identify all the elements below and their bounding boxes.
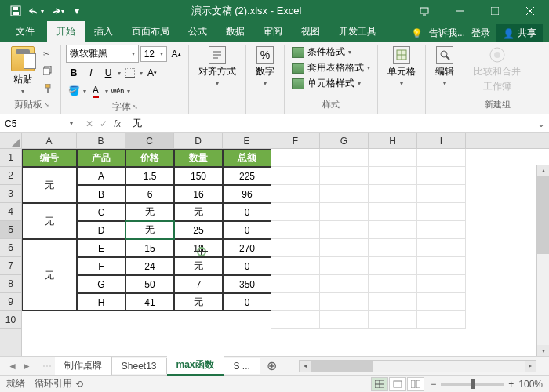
cell-C6[interactable]: 15 [125,239,174,257]
row-header-5[interactable]: 5 [0,221,21,239]
maximize-icon[interactable] [477,0,512,22]
normal-view-icon[interactable] [371,377,388,391]
cell-F9[interactable] [271,293,320,311]
cell-I7[interactable] [417,257,466,275]
cell-E7[interactable]: 0 [223,257,271,275]
zoom-slider[interactable] [441,383,504,386]
cell-H6[interactable] [369,239,417,257]
tab-file[interactable]: 文件 [3,21,47,42]
row-header-1[interactable]: 1 [0,149,21,167]
sheet-tab-3[interactable]: max函数 [167,356,224,376]
cell-B9[interactable]: H [77,293,125,311]
cell-C5[interactable]: 无 [125,221,174,239]
qat-customize-icon[interactable]: ▾ [67,2,86,20]
name-box[interactable]: C5▾ [0,114,78,132]
col-header-C[interactable]: C [125,133,174,148]
page-break-icon[interactable] [407,377,424,391]
vscroll-thumb[interactable] [537,176,549,254]
cell-C4[interactable]: 无 [125,203,174,221]
cell-F6[interactable] [271,239,320,257]
tab-data[interactable]: 数据 [216,21,254,42]
cell-E4[interactable]: 0 [223,203,271,221]
cell-A4[interactable]: 无 [22,203,77,239]
cell-B2[interactable]: A [77,167,125,185]
tab-view[interactable]: 视图 [292,21,329,42]
scroll-down-icon[interactable]: ▾ [537,345,549,356]
login-link[interactable]: 登录 [471,27,490,40]
decrease-font-button[interactable]: A▾ [144,65,160,81]
sheet-prev-icon[interactable]: ◄ [8,361,17,372]
cell-D8[interactable]: 7 [174,275,223,293]
cell-I2[interactable] [417,167,466,185]
cell-F7[interactable] [271,257,320,275]
tell-me-text[interactable]: 告诉我... [429,27,465,40]
row-header-10[interactable]: 10 [0,311,21,329]
column-headers[interactable]: ABCDEFGHI [22,133,549,149]
cell-G10[interactable] [320,311,369,329]
cell-I5[interactable] [417,221,466,239]
cell-B3[interactable]: B [77,185,125,203]
col-header-B[interactable]: B [77,133,125,148]
add-sheet-icon[interactable]: ⊕ [260,358,283,373]
zoom-in-icon[interactable]: + [508,379,514,390]
cell-F8[interactable] [271,275,320,293]
cell-E9[interactable]: 0 [223,293,271,311]
cell-G1[interactable] [320,149,369,167]
cell-B7[interactable]: F [77,257,125,275]
cell-I1[interactable] [417,149,466,167]
cut-button[interactable] [40,45,56,60]
cell-H5[interactable] [369,221,417,239]
enter-formula-icon[interactable]: ✓ [97,118,110,129]
spreadsheet-grid[interactable]: ABCDEFGHI 12345678910 编号产品价格数量总额无无无A1.51… [0,133,549,356]
zoom-out-icon[interactable]: − [431,379,436,390]
border-button[interactable] [122,65,138,81]
cell-G8[interactable] [320,275,369,293]
col-header-E[interactable]: E [223,133,271,148]
cell-G9[interactable] [320,293,369,311]
cell-B1[interactable]: 产品 [77,149,125,167]
cell-D7[interactable]: 无 [174,257,223,275]
col-header-D[interactable]: D [174,133,223,148]
editing-button[interactable]: 编辑 ▾ [431,45,459,89]
cell-F10[interactable] [271,311,320,329]
col-header-A[interactable]: A [22,133,77,148]
zoom-level[interactable]: 100% [518,379,543,390]
cell-A6[interactable]: 无 [22,239,77,311]
cell-D3[interactable]: 16 [174,185,223,203]
copy-button[interactable] [40,63,56,78]
cell-G6[interactable] [320,239,369,257]
share-button[interactable]: 👤共享 [496,24,543,42]
cell-F2[interactable] [271,167,320,185]
tab-dev[interactable]: 开发工具 [329,21,386,42]
cell-H8[interactable] [369,275,417,293]
cell-E8[interactable]: 350 [223,275,271,293]
cell-F1[interactable] [271,149,320,167]
number-format-button[interactable]: % 数字 ▾ [251,45,279,89]
format-painter-button[interactable] [40,81,56,96]
cell-F5[interactable] [271,221,320,239]
horizontal-scrollbar[interactable]: ◂ ▸ [299,360,536,372]
undo-icon[interactable]: ▾ [27,2,45,20]
table-format-button[interactable]: 套用表格格式▾ [289,60,373,75]
row-header-3[interactable]: 3 [0,185,21,203]
cell-G7[interactable] [320,257,369,275]
sheet-more-left[interactable]: ⋯ [39,361,55,372]
cells-button[interactable]: 单元格 ▾ [383,45,420,89]
cell-I8[interactable] [417,275,466,293]
font-color-button[interactable]: A [88,83,104,99]
cell-D5[interactable]: 25 [174,221,223,239]
vertical-scrollbar[interactable]: ▴ ▾ [536,165,549,356]
sheet-tab-2[interactable]: Sheet13 [112,358,167,374]
font-name-combo[interactable]: 微软雅黑▾ [66,45,139,63]
underline-button[interactable]: U [100,65,116,81]
cell-I10[interactable] [417,311,466,329]
cell-H3[interactable] [369,185,417,203]
cell-B5[interactable]: D [77,221,125,239]
cell-B6[interactable]: E [77,239,125,257]
redo-icon[interactable]: ▾ [47,2,66,20]
scroll-up-icon[interactable]: ▴ [537,165,549,176]
cell-styles-button[interactable]: 单元格样式▾ [289,76,373,91]
alignment-button[interactable]: 对齐方式 ▾ [194,45,241,89]
scroll-right-icon[interactable]: ▸ [525,361,536,372]
conditional-format-button[interactable]: 条件格式▾ [289,45,373,60]
